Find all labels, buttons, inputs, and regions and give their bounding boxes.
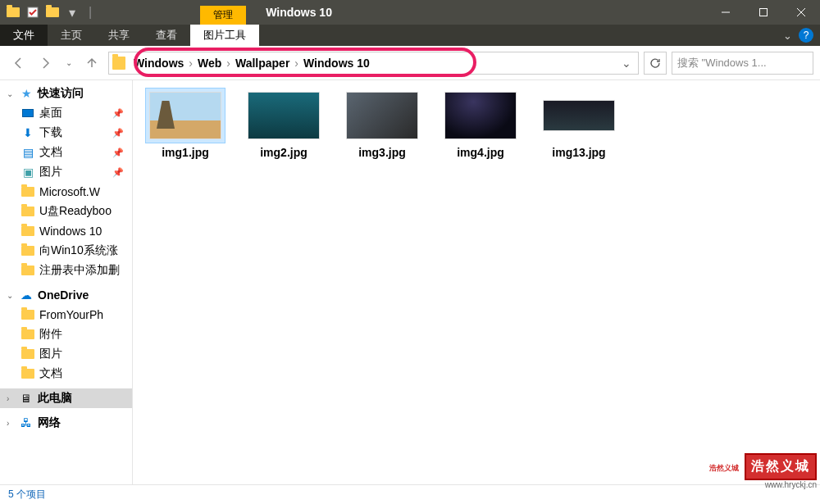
sidebar-item-label: FromYourPh [39,308,103,321]
ribbon-collapse-button[interactable]: ⌄ [777,25,799,46]
ribbon-context-title: 管理 [200,6,246,25]
folder-icon [7,6,20,19]
sidebar-item-label: 注册表中添加删 [39,263,120,278]
main-area: ⌄ ★ 快速访问 桌面📌⬇下载📌▤文档📌▣图片📌Microsoft.WU盘Rea… [0,80,820,484]
close-button[interactable] [782,0,820,25]
title-bar: ▾ | 管理 Windows 10 [0,0,820,25]
address-bar-row: ⌄ Windows › Web › Wallpaper › Windows 10… [0,46,820,80]
recent-dropdown[interactable]: ⌄ [62,52,75,75]
status-bar: 5 个项目 [0,484,820,504]
file-name: img13.jpg [540,146,618,159]
sidebar-onedrive[interactable]: ⌄ ☁ OneDrive [0,285,132,305]
maximize-button[interactable] [745,0,782,25]
file-thumbnail [441,89,520,143]
ribbon-tabs: 文件 主页 共享 查看 图片工具 ⌄ ? [0,25,820,46]
window-controls [707,0,820,25]
item-icon [21,225,34,238]
expand-icon[interactable]: › [7,394,15,403]
checkbox-icon[interactable] [26,6,39,19]
search-input[interactable]: 搜索 "Windows 1... [672,52,813,75]
sidebar-this-pc[interactable]: › 🖥 此电脑 [0,388,132,408]
sidebar-item[interactable]: 向Win10系统涨 [0,241,132,261]
expand-icon[interactable]: › [7,419,15,428]
file-item[interactable]: img1.jpg [146,89,225,159]
sidebar-item-label: 向Win10系统涨 [39,243,118,258]
sidebar-label: 此电脑 [38,391,72,406]
sidebar-label: OneDrive [38,288,89,302]
quick-access-toolbar: ▾ | [0,5,102,20]
sidebar-item-label: Microsoft.W [39,185,100,198]
chevron-right-icon: › [225,57,232,70]
item-icon [21,264,34,277]
sidebar-quick-access[interactable]: ⌄ ★ 快速访问 [0,84,132,103]
expand-icon[interactable]: ⌄ [7,291,15,300]
file-item[interactable]: img4.jpg [441,89,520,159]
sidebar-item-label: 文档 [39,145,62,160]
item-icon [21,244,34,257]
pin-icon: 📌 [112,167,124,178]
sidebar-item[interactable]: Windows 10 [0,221,132,241]
file-item[interactable]: img2.jpg [244,89,323,159]
breadcrumb-segment[interactable]: Windows [130,57,187,70]
breadcrumb-segment[interactable]: Windows 10 [300,57,373,70]
sidebar-item-label: 下载 [39,125,62,140]
tab-home[interactable]: 主页 [48,25,95,46]
pin-icon: 📌 [112,108,124,119]
star-icon: ★ [20,87,33,100]
expand-icon[interactable]: ⌄ [7,89,15,98]
back-button[interactable] [7,52,30,75]
breadcrumb-segment[interactable]: Web [194,57,225,70]
item-icon: ▤ [21,146,34,159]
address-bar[interactable]: Windows › Web › Wallpaper › Windows 10 ⌄ [108,52,639,75]
up-button[interactable] [80,52,103,75]
minimize-button[interactable] [707,0,745,25]
item-icon: ⬇ [21,126,34,139]
folder-icon [46,6,59,19]
folder-icon [21,347,34,361]
sidebar-item[interactable]: 文档 [0,364,132,384]
tab-share[interactable]: 共享 [95,25,143,46]
address-dropdown[interactable]: ⌄ [618,57,635,70]
sidebar-item[interactable]: 图片 [0,344,132,364]
sidebar-item[interactable]: FromYourPh [0,305,132,325]
sidebar-item-label: U盘Readyboo [39,204,112,219]
file-thumbnail [343,89,421,143]
file-item[interactable]: img3.jpg [343,89,421,159]
chevron-right-icon: › [293,57,300,70]
help-button[interactable]: ? [799,28,813,43]
sidebar-item-label: 图片 [39,165,62,179]
sidebar-item[interactable]: ▣图片📌 [0,162,132,182]
sidebar-item-label: Windows 10 [39,225,102,238]
sidebar-item[interactable]: 附件 [0,325,132,344]
sidebar-item-label: 桌面 [39,106,62,120]
forward-button[interactable] [34,52,57,75]
pin-icon: 📌 [112,128,124,138]
sidebar-item[interactable]: U盘Readyboo [0,202,132,221]
file-name: img4.jpg [441,146,520,159]
file-thumbnail [146,89,225,143]
sidebar-item[interactable]: Microsoft.W [0,182,132,202]
svg-rect-1 [760,9,768,16]
file-grid[interactable]: img1.jpgimg2.jpgimg3.jpgimg4.jpgimg13.jp… [133,80,820,484]
pin-icon: 📌 [112,148,124,158]
sidebar-item[interactable]: ⬇下载📌 [0,123,132,143]
sidebar-network[interactable]: › 🖧 网络 [0,413,132,433]
sidebar-item[interactable]: ▤文档📌 [0,143,132,162]
file-name: img2.jpg [244,146,323,159]
breadcrumb-segment[interactable]: Wallpaper [232,57,293,70]
watermark-tag: 浩然义城 [709,464,742,472]
sidebar-label: 网络 [38,415,61,430]
sidebar-item[interactable]: 注册表中添加删 [0,261,132,280]
refresh-button[interactable] [644,52,667,75]
item-icon [21,107,34,120]
file-name: img3.jpg [343,146,421,159]
dropdown-icon[interactable]: ▾ [66,6,79,19]
tab-view[interactable]: 查看 [143,25,190,46]
sidebar-item[interactable]: 桌面📌 [0,103,132,123]
watermark-seal: 浩然义城 [745,453,817,480]
sidebar-label: 快速访问 [38,86,84,101]
item-icon: ▣ [21,166,34,179]
file-item[interactable]: img13.jpg [540,89,618,159]
tab-file[interactable]: 文件 [0,25,48,46]
tab-picture-tools[interactable]: 图片工具 [190,25,259,46]
